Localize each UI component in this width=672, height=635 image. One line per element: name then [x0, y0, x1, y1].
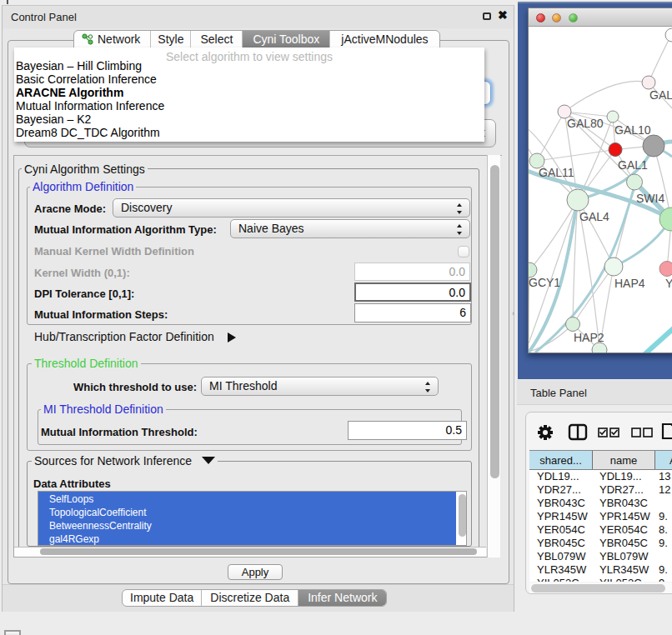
- svg-text:GAL1: GAL1: [618, 158, 648, 172]
- svg-text:Y: Y: [665, 277, 672, 290]
- svg-text:GCY1: GCY1: [529, 276, 560, 289]
- svg-text:HAP4: HAP4: [614, 277, 645, 290]
- svg-text:SWI4: SWI4: [636, 192, 664, 205]
- svg-text:GAL11: GAL11: [539, 166, 574, 179]
- svg-text:GAL7: GAL7: [649, 88, 672, 102]
- svg-text:GAL10: GAL10: [614, 123, 651, 137]
- svg-text:GAL4: GAL4: [579, 210, 609, 223]
- svg-text:HAP2: HAP2: [574, 331, 604, 344]
- svg-text:GAL80: GAL80: [567, 117, 604, 130]
